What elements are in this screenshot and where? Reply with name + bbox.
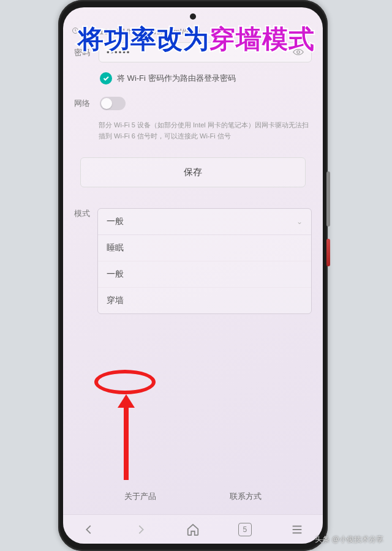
watermark: 头条 @小俊技术分享 xyxy=(315,534,383,545)
annotation-circle xyxy=(94,370,156,394)
network-label: 网络 xyxy=(74,98,92,109)
forward-button[interactable] xyxy=(134,523,148,536)
mode-option-wall[interactable]: 穿墙 xyxy=(98,288,311,313)
use-as-login-password-row[interactable]: 将 Wi-Fi 密码作为路由器登录密码 xyxy=(69,66,317,91)
wifi5-info-text: 部分 Wi-Fi 5 设备（如部分使用 Intel 网卡的笔记本）因网卡驱动无法… xyxy=(69,116,317,151)
network-toggle-row: 网络 xyxy=(69,91,317,116)
mode-selected[interactable]: 一般 ⌄ xyxy=(98,209,311,235)
power-mode-row: 模式 一般 ⌄ 睡眠 一般 穿墙 xyxy=(69,206,317,317)
checkbox-label: 将 Wi-Fi 密码作为路由器登录密码 xyxy=(117,73,236,84)
camera-notch xyxy=(190,13,196,20)
mode-select[interactable]: 一般 ⌄ 睡眠 一般 穿墙 xyxy=(97,208,312,314)
footer-links: 关于产品 联系方式 xyxy=(63,484,323,509)
save-button[interactable]: 保存 xyxy=(80,157,306,187)
power-button xyxy=(326,239,330,266)
contact-link[interactable]: 联系方式 xyxy=(230,491,262,502)
page-content: 密码 •••••• 将 Wi-Fi 密码作为路由器登录密码 网络 部分 Wi- xyxy=(63,39,323,544)
back-button[interactable] xyxy=(82,523,96,536)
phone-frame: 192.168.3.1/html/index.html#/wifi 密码 •••… xyxy=(58,0,328,551)
network-toggle[interactable] xyxy=(100,97,126,110)
tabs-button[interactable]: 5 xyxy=(238,523,252,536)
mode-label: 模式 xyxy=(74,208,92,219)
mode-selected-label: 一般 xyxy=(107,216,124,227)
annotation-arrow xyxy=(121,394,131,480)
about-link[interactable]: 关于产品 xyxy=(124,491,156,502)
save-button-label: 保存 xyxy=(184,167,202,177)
checkbox-checked-icon xyxy=(100,72,112,84)
home-button[interactable] xyxy=(186,523,200,536)
chevron-down-icon: ⌄ xyxy=(296,217,303,226)
phone-screen: 192.168.3.1/html/index.html#/wifi 密码 •••… xyxy=(63,7,323,544)
menu-button[interactable] xyxy=(290,523,304,536)
overlay-title-part1: 将功率改为 xyxy=(78,24,209,53)
volume-button xyxy=(326,171,330,227)
mode-option-sleep[interactable]: 睡眠 xyxy=(98,235,311,261)
mode-option-normal[interactable]: 一般 xyxy=(98,261,311,288)
overlay-title: 将功率改为穿墙模式 xyxy=(78,22,315,56)
browser-nav-bar: 5 xyxy=(63,514,323,544)
tab-count-badge: 5 xyxy=(238,523,252,536)
overlay-title-part2: 穿墙模式 xyxy=(209,24,315,53)
